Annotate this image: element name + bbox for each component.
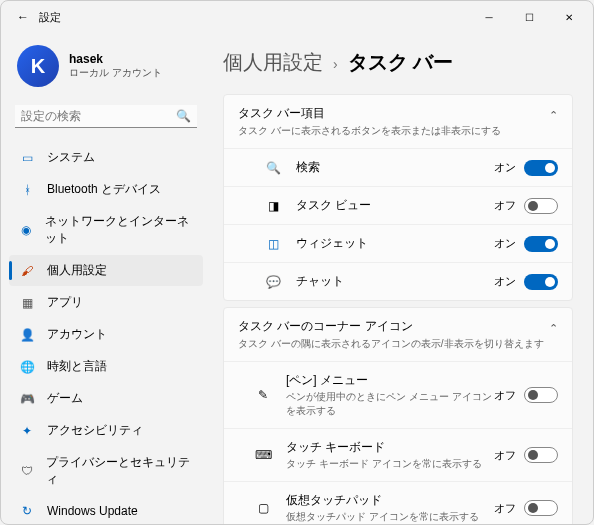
row-sub: タッチ キーボード アイコンを常に表示する [286, 457, 494, 471]
toggle-widgets[interactable] [524, 236, 558, 252]
state-label: オフ [494, 198, 516, 213]
nav-label: 個人用設定 [47, 262, 107, 279]
nav-label: アクセシビリティ [47, 422, 143, 439]
nav-account[interactable]: 👤アカウント [9, 319, 203, 350]
nav-system[interactable]: ▭システム [9, 142, 203, 173]
page-title: タスク バー [348, 49, 454, 76]
row-label: タッチ キーボード [286, 439, 494, 456]
toggle-taskview[interactable] [524, 198, 558, 214]
nav-update[interactable]: ↻Windows Update [9, 496, 203, 525]
bluetooth-icon: ᚼ [19, 182, 35, 198]
nav-label: ゲーム [47, 390, 83, 407]
touchpad-icon: ▢ [254, 501, 272, 515]
section-corner-icons[interactable]: タスク バーのコーナー アイコン タスク バーの隅に表示されるアイコンの表示/非… [224, 308, 572, 361]
row-label: [ペン] メニュー [286, 372, 494, 389]
system-icon: ▭ [19, 150, 35, 166]
avatar: K [17, 45, 59, 87]
chevron-right-icon: › [333, 56, 338, 72]
row-sub: 仮想タッチパッド アイコンを常に表示する [286, 510, 494, 524]
breadcrumb-parent[interactable]: 個人用設定 [223, 49, 323, 76]
toggle-touch-keyboard[interactable] [524, 447, 558, 463]
state-label: オフ [494, 388, 516, 403]
game-icon: 🎮 [19, 391, 35, 407]
pen-icon: ✎ [254, 388, 272, 402]
user-sub: ローカル アカウント [69, 66, 162, 80]
keyboard-icon: ⌨ [254, 448, 272, 462]
chevron-up-icon: ⌃ [549, 318, 558, 335]
widgets-icon: ◫ [264, 237, 282, 251]
apps-icon: ▦ [19, 295, 35, 311]
window-title: 設定 [39, 10, 61, 25]
state-label: オン [494, 160, 516, 175]
update-icon: ↻ [19, 503, 35, 519]
section-title: タスク バーのコーナー アイコン [238, 318, 544, 335]
row-label: ウィジェット [296, 235, 494, 252]
nav-label: アプリ [47, 294, 83, 311]
account-icon: 👤 [19, 327, 35, 343]
maximize-button[interactable]: ☐ [509, 3, 549, 31]
section-subtitle: タスク バーに表示されるボタンを表示または非表示にする [238, 124, 501, 138]
nav-network[interactable]: ◉ネットワークとインターネット [9, 206, 203, 254]
section-title: タスク バー項目 [238, 105, 501, 122]
nav-gaming[interactable]: 🎮ゲーム [9, 383, 203, 414]
nav-label: システム [47, 149, 95, 166]
row-label: 仮想タッチパッド [286, 492, 494, 509]
row-label: タスク ビュー [296, 197, 494, 214]
toggle-virtual-touchpad[interactable] [524, 500, 558, 516]
search-icon: 🔍 [176, 109, 191, 123]
section-subtitle: タスク バーの隅に表示されるアイコンの表示/非表示を切り替えます [238, 337, 544, 351]
breadcrumb: 個人用設定 › タスク バー [223, 49, 573, 76]
toggle-chat[interactable] [524, 274, 558, 290]
search-input[interactable] [21, 109, 176, 123]
nav-bluetooth[interactable]: ᚼBluetooth とデバイス [9, 174, 203, 205]
nav-privacy[interactable]: 🛡プライバシーとセキュリティ [9, 447, 203, 495]
state-label: オフ [494, 501, 516, 516]
minimize-button[interactable]: ─ [469, 3, 509, 31]
nav-label: Windows Update [47, 504, 138, 518]
state-label: オン [494, 274, 516, 289]
taskview-icon: ◨ [264, 199, 282, 213]
wifi-icon: ◉ [19, 222, 33, 238]
search-box[interactable]: 🔍 [15, 105, 197, 128]
nav-apps[interactable]: ▦アプリ [9, 287, 203, 318]
nav-personalization[interactable]: 🖌個人用設定 [9, 255, 203, 286]
chat-icon: 💬 [264, 275, 282, 289]
shield-icon: 🛡 [19, 463, 34, 479]
row-sub: ペンが使用中のときにペン メニュー アイコンを表示する [286, 390, 494, 418]
clock-icon: 🌐 [19, 359, 35, 375]
account-block[interactable]: K hasek ローカル アカウント [9, 33, 203, 105]
nav-label: アカウント [47, 326, 107, 343]
user-name: hasek [69, 52, 162, 66]
accessibility-icon: ✦ [19, 423, 35, 439]
section-taskbar-items[interactable]: タスク バー項目 タスク バーに表示されるボタンを表示または非表示にする ⌃ [224, 95, 572, 148]
nav-label: プライバシーとセキュリティ [46, 454, 193, 488]
brush-icon: 🖌 [19, 263, 35, 279]
row-label: 検索 [296, 159, 494, 176]
search-icon: 🔍 [264, 161, 282, 175]
state-label: オフ [494, 448, 516, 463]
nav-time[interactable]: 🌐時刻と言語 [9, 351, 203, 382]
row-label: チャット [296, 273, 494, 290]
nav-label: ネットワークとインターネット [45, 213, 193, 247]
toggle-search[interactable] [524, 160, 558, 176]
nav-accessibility[interactable]: ✦アクセシビリティ [9, 415, 203, 446]
close-button[interactable]: ✕ [549, 3, 589, 31]
chevron-up-icon: ⌃ [549, 105, 558, 122]
state-label: オン [494, 236, 516, 251]
nav-label: Bluetooth とデバイス [47, 181, 161, 198]
nav-label: 時刻と言語 [47, 358, 107, 375]
back-button[interactable]: ← [17, 10, 29, 24]
toggle-pen[interactable] [524, 387, 558, 403]
